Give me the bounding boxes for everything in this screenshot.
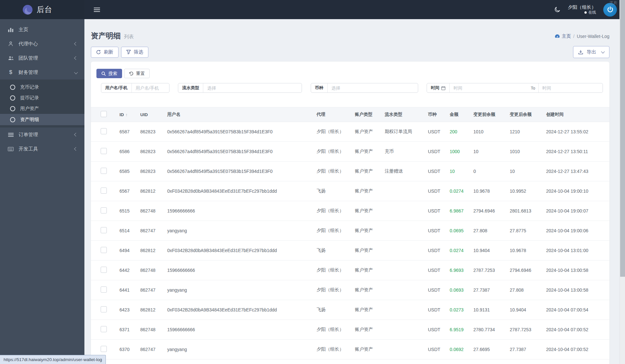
link-status-tooltip: https://517dl.haiwaiym20.top/admin/user-… <box>0 355 106 364</box>
cell-flow-type: 注册赠送 <box>385 162 428 181</box>
cell-flow-type <box>385 280 428 300</box>
cell-coin: USDT <box>428 122 450 142</box>
cell-agent: 夕阳（组长） <box>317 280 355 300</box>
time-range-separator: To <box>528 83 539 92</box>
row-checkbox[interactable] <box>101 128 107 134</box>
col-username: 用户名 <box>167 107 317 122</box>
filter-row: 用户名/手机 流水类型 币种 时间 <box>101 83 603 93</box>
cell-created-at: 2024-10-04 13:00:58 <box>546 280 609 300</box>
row-checkbox[interactable] <box>101 188 107 194</box>
page-subtitle: 列表 <box>124 34 134 40</box>
sidebar-item-home[interactable]: 主页 <box>0 22 84 37</box>
sidebar-item-team-management[interactable]: 团队管理 <box>0 51 84 65</box>
cell-id: 6514 <box>119 221 140 241</box>
row-checkbox[interactable] <box>101 346 107 352</box>
cell-account-type: 账户资产 <box>355 181 385 201</box>
flow-type-filter-group: 流水类型 <box>178 83 302 93</box>
sidebar-item-finance-management[interactable]: $ 财务管理 <box>0 65 84 79</box>
cell-account-type: 账户资产 <box>355 261 385 280</box>
cell-uid: 862823 <box>140 122 167 142</box>
col-flow-type: 流水类型 <box>385 107 428 122</box>
time-start-input[interactable] <box>450 86 528 91</box>
users-icon <box>7 56 14 61</box>
cell-balance-before: 2780.7734 <box>473 320 510 340</box>
export-button[interactable]: 导出 <box>573 46 609 58</box>
cell-balance-before: 10.9131 <box>473 300 510 320</box>
cell-coin: USDT <box>428 142 450 162</box>
row-checkbox[interactable] <box>101 247 107 253</box>
cell-uid: 862823 <box>140 162 167 181</box>
dark-mode-moon-icon[interactable] <box>554 6 561 13</box>
cell-coin: USDT <box>428 300 450 320</box>
col-created-at: 创建时间 <box>546 107 609 122</box>
cell-coin: USDT <box>428 221 450 241</box>
corner-text: 正片 <box>609 0 617 6</box>
row-checkbox[interactable] <box>101 168 107 174</box>
cell-account-type: 账户资产 <box>355 241 385 261</box>
cell-account-type: 账户资产 <box>355 340 385 359</box>
coin-filter-label: 币种 <box>311 83 328 92</box>
cell-coin: USDT <box>428 241 450 261</box>
dashboard-gauge-icon <box>555 34 560 38</box>
brand[interactable]: 后台 <box>0 0 84 19</box>
cell-id: 6494 <box>119 241 140 261</box>
cell-flow-type <box>385 181 428 201</box>
username-input[interactable] <box>132 86 169 91</box>
cell-amount: 10 <box>450 162 473 181</box>
refresh-button[interactable]: 刷新 <box>91 47 119 58</box>
cell-username: yangyang <box>167 280 317 300</box>
cell-amount: 0.0273 <box>450 300 473 320</box>
cell-coin: USDT <box>428 201 450 221</box>
table-body: 6587 862823 0x566267a4df8549f5a3915E075B… <box>91 122 609 359</box>
breadcrumb-home-link[interactable]: 主页 <box>555 33 571 39</box>
cell-id: 6441 <box>119 280 140 300</box>
sidebar-item-label: 团队管理 <box>19 55 38 61</box>
table-row: 6515 862748 15966666666 夕阳（组长） 账户资产 USDT… <box>91 201 609 221</box>
row-checkbox[interactable] <box>101 267 107 273</box>
cell-uid: 862823 <box>140 142 167 162</box>
row-checkbox[interactable] <box>101 227 107 233</box>
search-button[interactable]: 搜索 <box>96 69 122 78</box>
username-filter-label: 用户名/手机 <box>101 83 132 92</box>
cell-flow-type <box>385 340 428 359</box>
finance-submenu: 充币记录 提币记录 用户资产 资产明细 <box>0 79 84 127</box>
sidebar-item-dev-tools[interactable]: 开发工具 <box>0 142 84 156</box>
row-checkbox[interactable] <box>101 326 107 332</box>
cell-agent: 夕阳（组长） <box>317 122 355 142</box>
search-icon <box>101 71 106 76</box>
row-checkbox[interactable] <box>101 306 107 312</box>
sidebar-item-asset-details-active[interactable]: 资产明细 <box>0 114 84 125</box>
row-checkbox[interactable] <box>101 148 107 154</box>
select-all-checkbox[interactable] <box>101 111 107 117</box>
col-id[interactable]: ID↑ <box>119 107 140 122</box>
time-end-input[interactable] <box>539 86 603 91</box>
cell-balance-after: 10.9678 <box>510 241 546 261</box>
table-row: 6370 862747 yangyang 夕阳（组长） 账户资产 USDT 0.… <box>91 340 609 359</box>
coin-select[interactable] <box>328 86 418 91</box>
cell-flow-type <box>385 320 428 340</box>
cell-uid: 862748 <box>140 320 167 340</box>
cell-balance-before: 2787.7253 <box>473 261 510 280</box>
user-menu[interactable]: 夕阳（组长） 在线 <box>568 4 596 15</box>
cell-flow-type <box>385 300 428 320</box>
sidebar-item-agent-center[interactable]: 代理中心 <box>0 37 84 51</box>
cell-created-at: 2024-10-04 19:00:10 <box>546 181 609 201</box>
reset-button[interactable]: 重置 <box>124 69 150 78</box>
chevron-left-icon <box>74 56 78 60</box>
toolbar: 刷新 筛选 导出 <box>91 46 609 58</box>
cell-account-type: 账户资产 <box>355 201 385 221</box>
cell-created-at: 2024-12-27 13:50:11 <box>546 142 609 162</box>
cell-balance-before: 0 <box>473 162 510 181</box>
sidebar-item-order-management[interactable]: 订单管理 <box>0 127 84 142</box>
hamburger-menu-icon[interactable] <box>94 7 100 12</box>
scrollbar-thumb[interactable] <box>620 0 625 277</box>
sidebar-item-deposit-records[interactable]: 充币记录 <box>0 82 84 92</box>
row-checkbox[interactable] <box>101 286 107 293</box>
row-checkbox[interactable] <box>101 207 107 213</box>
filter-button[interactable]: 筛选 <box>121 47 148 58</box>
sidebar-item-withdraw-records[interactable]: 提币记录 <box>0 92 84 103</box>
cell-created-at: 2024-10-04 13:01:00 <box>546 241 609 261</box>
sidebar-item-user-assets[interactable]: 用户资产 <box>0 103 84 114</box>
flow-type-select[interactable] <box>203 86 302 91</box>
cell-coin: USDT <box>428 340 450 359</box>
